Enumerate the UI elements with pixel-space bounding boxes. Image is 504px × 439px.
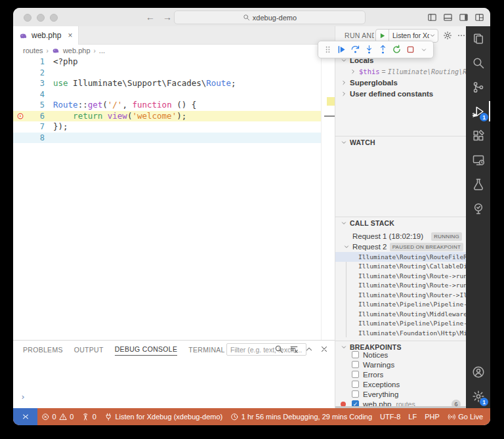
stack-frame[interactable]: Illuminate\Foundation\Http\Middlewar [335,328,466,338]
status-go-live[interactable]: Go Live [444,413,487,421]
panel-tab-debug-console[interactable]: DEBUG CONSOLE [115,342,178,356]
more-icon[interactable] [457,31,466,40]
status-encoding[interactable]: UTF-8 [376,413,404,421]
breakpoint-item-errors[interactable]: Errors [335,369,466,379]
stop-options-button[interactable] [418,44,430,56]
command-center-search[interactable]: xdebug-demo [174,10,366,24]
panel-tab-terminal[interactable]: TERMINAL [188,343,225,356]
code-line-2[interactable]: 2 [13,68,322,79]
chevron-down-icon[interactable] [429,32,436,39]
breakpoint-checkbox[interactable] [352,390,359,398]
code-editor[interactable]: 1<?php23use Illuminate\Support\Facades\R… [13,56,322,340]
status-language-mode[interactable]: PHP [421,413,444,421]
superglobals-row[interactable]: Superglobals [335,77,466,88]
user-constants-row[interactable]: User defined constants [335,89,466,99]
code-line-3[interactable]: 3use Illuminate\Support\Facades\Route; [13,78,322,89]
breadcrumb-folder[interactable]: routes [23,47,43,54]
activity-manage[interactable]: 1 [466,384,490,408]
console-prompt[interactable]: › [20,392,26,402]
breakpoint-gutter[interactable] [13,112,28,120]
activity-search[interactable] [466,51,490,75]
status-phpfmt[interactable]: phpfmt [487,413,490,421]
remote-indicator[interactable] [13,408,37,425]
maximize-panel-icon[interactable] [304,345,314,354]
status-problems[interactable]: 00 [37,413,77,421]
layout-sidebar-right-icon[interactable] [459,12,469,22]
code-line-8[interactable]: 8 [13,133,322,144]
call-stack-section-header[interactable]: CALL STACK [335,217,466,228]
watch-section-header[interactable]: WATCH [335,136,466,148]
breakpoint-checkbox[interactable] [352,371,359,378]
launch-config-label[interactable]: Listen for Xd [389,31,429,39]
layout-customize-icon[interactable] [474,12,484,22]
panel-tab-problems[interactable]: PROBLEMS [23,343,63,356]
code-line-7[interactable]: 7}); [13,121,322,133]
close-panel-icon[interactable] [320,345,329,354]
stack-frame[interactable]: Illuminate\Routing\Router->Illuminat [335,290,466,300]
step-out-button[interactable] [377,44,388,56]
continue-button[interactable] [335,44,347,56]
line-number: 3 [28,78,45,89]
plug-icon [104,413,113,421]
code-line-5[interactable]: 5Route::get('/', function () { [13,100,322,111]
badge: 1 [480,398,488,406]
code-line-4[interactable]: 4 [13,89,322,100]
minimize-window-button[interactable] [37,14,45,22]
step-over-button[interactable] [349,44,361,56]
find-icon[interactable] [274,345,284,354]
close-tab-icon[interactable]: × [68,31,72,40]
activity-remote-explorer[interactable] [466,148,490,172]
step-into-button[interactable] [363,44,375,56]
breakpoint-checkbox[interactable] [352,381,359,388]
activity-source-control[interactable] [466,75,490,99]
activity-extensions[interactable] [466,123,490,148]
breakpoint-checkbox[interactable] [352,351,359,358]
history-back-button[interactable]: ← [146,12,155,22]
start-debug-icon[interactable] [379,32,386,39]
debug-step-out-icon [378,45,388,54]
breakpoint-checkbox[interactable] [352,361,359,368]
layout-panel-bottom-icon[interactable] [443,12,453,22]
debug-session-row[interactable]: Request 1 (18:02:19) RUNNING [335,231,466,241]
breakpoint-item-exceptions[interactable]: Exceptions [335,379,466,389]
breakpoint-item-warnings[interactable]: Warnings [335,360,466,369]
activity-testing[interactable] [466,172,490,196]
stack-frame[interactable]: Illuminate\Routing\RouteFileRegistra [335,252,466,262]
stack-frame[interactable]: Illuminate\Routing\Route->runR [335,281,466,291]
stack-frame[interactable]: Illuminate\Routing\Middleware\Substi [335,309,466,319]
zoom-window-button[interactable] [50,14,58,22]
status-end-of-line[interactable]: LF [404,413,421,421]
breadcrumb-symbol[interactable]: ... [99,47,105,54]
activity-todo-tree[interactable] [466,196,490,220]
breadcrumb-file[interactable]: web.php [63,47,91,54]
remote-icon [21,412,30,421]
stack-frame[interactable]: Illuminate\Routing\CallableDispatche [335,262,466,272]
breadcrumb[interactable]: routes › web.php › ... [13,45,335,56]
code-text: Route::get('/', function () { [53,100,196,111]
status-ports[interactable]: 0 [77,413,100,421]
stack-frame[interactable]: Illuminate\Pipeline\Pipeline->Illumi [335,300,466,310]
code-line-1[interactable]: 1<?php [13,56,322,68]
gear-icon[interactable] [443,31,452,40]
activity-accounts[interactable] [466,360,490,384]
close-window-button[interactable] [24,14,32,22]
panel-tab-output[interactable]: OUTPUT [74,343,104,356]
stack-frame[interactable]: Illuminate\Routing\Route->runCallab [335,271,466,281]
tab-web-php[interactable]: web.php × [13,26,79,45]
activity-explorer[interactable] [466,26,490,51]
status-debug-listen[interactable]: Listen for Xdebug (xdebug-demo) [100,413,226,421]
breakpoint-item-notices[interactable]: Notices [335,350,466,360]
history-forward-button[interactable]: → [163,12,172,22]
status-time-tracker[interactable]: 1 hr 56 mins Debugging, 29 mins Coding [226,413,376,421]
drag-handle-button[interactable] [322,44,333,56]
restart-button[interactable] [390,44,402,56]
layout-sidebar-left-icon[interactable] [427,12,437,22]
activity-run-and-debug[interactable]: 1 [466,99,490,123]
stop-button[interactable] [404,44,416,56]
debug-session-row[interactable]: Request 2 (18:... PAUSED ON BREAKPOINT [335,241,466,252]
code-line-6[interactable]: 6 return view('welcome'); [13,111,322,122]
variable-this-row[interactable]: $this = Illuminate\Routing\RouteFi... [335,66,466,77]
clear-console-icon[interactable] [289,345,299,354]
stack-frame[interactable]: Illuminate\Pipeline\Pipeline->Illumi [335,319,466,329]
breakpoint-item-everything[interactable]: Everything [335,389,466,399]
